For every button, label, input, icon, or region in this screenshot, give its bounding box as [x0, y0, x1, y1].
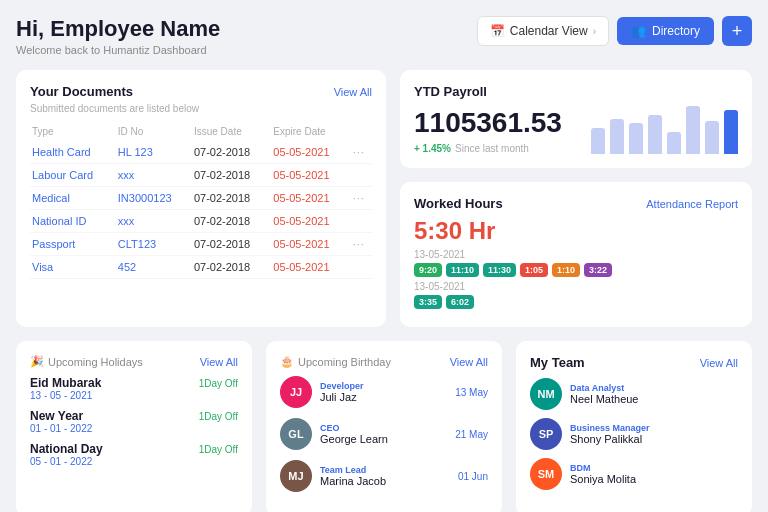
table-row: Labour Card xxx 07-02-2018 05-05-2021 — [30, 164, 372, 187]
birthday-role: Team Lead — [320, 465, 450, 475]
greeting: Hi, Employee Name — [16, 16, 220, 42]
team-info: BDM Soniya Molita — [570, 463, 738, 485]
doc-expire: 05-05-2021 — [271, 187, 350, 210]
table-row: Health Card HL 123 07-02-2018 05-05-2021… — [30, 141, 372, 164]
birthday-date: 13 May — [455, 387, 488, 398]
directory-btn-label: Directory — [652, 24, 700, 38]
holiday-row: Eid Mubarak 1Day Off — [30, 376, 238, 390]
doc-actions[interactable]: ··· — [351, 187, 372, 210]
holidays-view-all[interactable]: View All — [200, 356, 238, 368]
bar-chart-bar — [648, 115, 662, 154]
worked-date2: 13-05-2021 — [414, 281, 738, 292]
doc-id[interactable]: HL 123 — [116, 141, 192, 164]
team-name: Soniya Molita — [570, 473, 738, 485]
bar-chart-bar — [667, 132, 681, 154]
list-item: National Day 1Day Off 05 - 01 - 2022 — [30, 442, 238, 467]
calendar-view-button[interactable]: 📅 Calendar View › — [477, 16, 609, 46]
holiday-name: New Year — [30, 409, 83, 423]
doc-issue: 07-02-2018 — [192, 187, 271, 210]
holiday-off: 1Day Off — [199, 378, 238, 389]
time-tag: 1:05 — [520, 263, 548, 277]
doc-type[interactable]: Visa — [30, 256, 116, 279]
list-item: SM BDM Soniya Molita — [530, 458, 738, 490]
table-row: Visa 452 07-02-2018 05-05-2021 — [30, 256, 372, 279]
documents-view-all[interactable]: View All — [334, 86, 372, 98]
doc-id[interactable]: IN3000123 — [116, 187, 192, 210]
doc-actions[interactable]: ··· — [351, 141, 372, 164]
avatar: SP — [530, 418, 562, 450]
doc-id[interactable]: xxx — [116, 164, 192, 187]
birthday-role: Developer — [320, 381, 447, 391]
holiday-date: 05 - 01 - 2022 — [30, 456, 238, 467]
time-tag: 3:35 — [414, 295, 442, 309]
bar-chart-bar — [610, 119, 624, 154]
bottom-grid: 🎉 Upcoming Holidays View All Eid Mubarak… — [16, 341, 752, 512]
team-card: My Team View All NM Data Analyst Neel Ma… — [516, 341, 752, 512]
holiday-icon: 🎉 — [30, 355, 44, 368]
doc-type[interactable]: Passport — [30, 233, 116, 256]
team-header: My Team View All — [530, 355, 738, 370]
worked-tags-row1: 9:2011:1011:301:051:103:22 — [414, 263, 738, 277]
doc-type[interactable]: National ID — [30, 210, 116, 233]
payroll-content: 1105361.53 + 1.45% Since last month — [414, 99, 738, 154]
doc-issue: 07-02-2018 — [192, 164, 271, 187]
team-view-all[interactable]: View All — [700, 357, 738, 369]
holiday-off: 1Day Off — [199, 411, 238, 422]
chevron-right-icon: › — [593, 26, 596, 37]
birthdays-header: 🎂 Upcoming Birthday View All — [280, 355, 488, 368]
birthday-info: Team Lead Marina Jacob — [320, 465, 450, 487]
doc-type[interactable]: Health Card — [30, 141, 116, 164]
doc-actions[interactable] — [351, 164, 372, 187]
payroll-meta: + 1.45% Since last month — [414, 143, 562, 154]
birthdays-view-all[interactable]: View All — [450, 356, 488, 368]
bar-chart-bar — [724, 110, 738, 154]
doc-type[interactable]: Medical — [30, 187, 116, 210]
calendar-btn-label: Calendar View — [510, 24, 588, 38]
calendar-icon: 📅 — [490, 24, 505, 38]
team-icon: 👥 — [631, 24, 646, 38]
right-column: YTD Payroll 1105361.53 + 1.45% Since las… — [400, 70, 752, 327]
time-tag: 3:22 — [584, 263, 612, 277]
subtitle: Welcome back to Humantiz Dashboard — [16, 44, 220, 56]
bar-chart-bar — [591, 128, 605, 154]
doc-expire: 05-05-2021 — [271, 233, 350, 256]
doc-id[interactable]: CLT123 — [116, 233, 192, 256]
time-tag: 1:10 — [552, 263, 580, 277]
avatar: MJ — [280, 460, 312, 492]
time-tag: 9:20 — [414, 263, 442, 277]
documents-subtitle: Submitted documents are listed below — [30, 103, 372, 114]
doc-type[interactable]: Labour Card — [30, 164, 116, 187]
bar-chart-bar — [705, 121, 719, 154]
list-item: GL CEO George Learn 21 May — [280, 418, 488, 450]
payroll-amount: 1105361.53 — [414, 107, 562, 139]
time-tag: 11:30 — [483, 263, 516, 277]
worked-hours-card: Worked Hours Attendance Report 5:30 Hr 1… — [400, 182, 752, 327]
header-right: 📅 Calendar View › 👥 Directory + — [477, 16, 752, 46]
doc-id[interactable]: xxx — [116, 210, 192, 233]
list-item: MJ Team Lead Marina Jacob 01 Jun — [280, 460, 488, 492]
directory-button[interactable]: 👥 Directory — [617, 17, 714, 45]
worked-hours-value: 5:30 Hr — [414, 217, 738, 245]
header-left: Hi, Employee Name Welcome back to Humant… — [16, 16, 220, 56]
doc-id[interactable]: 452 — [116, 256, 192, 279]
holidays-card: 🎉 Upcoming Holidays View All Eid Mubarak… — [16, 341, 252, 512]
team-role: Data Analyst — [570, 383, 738, 393]
doc-actions[interactable] — [351, 210, 372, 233]
add-button[interactable]: + — [722, 16, 752, 46]
attendance-report-link[interactable]: Attendance Report — [646, 198, 738, 210]
doc-actions[interactable]: ··· — [351, 233, 372, 256]
holiday-date: 01 - 01 - 2022 — [30, 423, 238, 434]
team-role: BDM — [570, 463, 738, 473]
documents-table: Type ID No Issue Date Expire Date Health… — [30, 122, 372, 279]
team-list: NM Data Analyst Neel Matheue SP Business… — [530, 378, 738, 490]
holiday-date: 13 - 05 - 2021 — [30, 390, 238, 401]
documents-title: Your Documents — [30, 84, 133, 99]
documents-card: Your Documents View All Submitted docume… — [16, 70, 386, 327]
payroll-trend: + 1.45% — [414, 143, 451, 154]
header: Hi, Employee Name Welcome back to Humant… — [16, 16, 752, 56]
doc-issue: 07-02-2018 — [192, 256, 271, 279]
doc-actions[interactable] — [351, 256, 372, 279]
main-grid: Your Documents View All Submitted docume… — [16, 70, 752, 327]
col-issue: Issue Date — [192, 122, 271, 141]
birthday-date: 21 May — [455, 429, 488, 440]
